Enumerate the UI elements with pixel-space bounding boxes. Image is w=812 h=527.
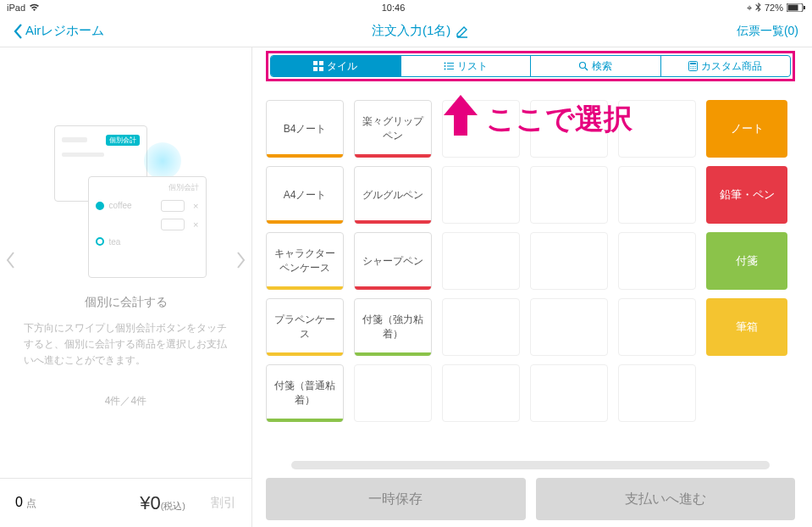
product-tile-empty <box>354 364 432 422</box>
back-label: Airレジホーム <box>25 23 104 39</box>
product-tile[interactable]: A4ノート <box>266 166 344 224</box>
cart-total: ¥0(税込) <box>140 492 185 514</box>
tab-tile[interactable]: タイル <box>271 56 401 76</box>
nav-bar: Airレジホーム 注文入力(1名) 伝票一覧(0) <box>0 15 812 47</box>
status-bar: iPad 10:46 ⌖ 72% <box>0 0 812 15</box>
product-tile[interactable]: B4ノート <box>266 100 344 158</box>
product-tile[interactable]: 付箋（強力粘着） <box>354 298 432 356</box>
tab-custom[interactable]: カスタム商品 <box>661 56 791 76</box>
location-icon: ⌖ <box>747 3 752 14</box>
svg-point-9 <box>444 65 445 67</box>
bluetooth-icon <box>755 3 761 14</box>
callout-annotation: ここで選択 <box>440 93 632 146</box>
product-tile[interactable]: シャープペン <box>354 232 432 290</box>
product-tile-empty <box>442 232 520 290</box>
svg-rect-10 <box>447 66 454 67</box>
wifi-icon <box>29 3 40 12</box>
svg-rect-5 <box>313 67 318 71</box>
right-panel: タイル リスト 検索 カスタム商品 ここで選択 <box>252 47 812 527</box>
svg-rect-3 <box>313 61 318 65</box>
calculator-icon <box>688 61 698 71</box>
product-tile-empty <box>618 298 696 356</box>
svg-point-13 <box>580 63 586 69</box>
arrow-up-icon <box>440 93 481 146</box>
left-panel: 個別会計 個別会計 coffee× × tea 個別に会計する 下方向にスワイプ… <box>0 47 252 527</box>
save-button[interactable]: 一時保存 <box>266 478 526 520</box>
help-area: 個別会計 個別会計 coffee× × tea 個別に会計する 下方向にスワイプ… <box>0 47 251 478</box>
list-icon <box>444 62 454 70</box>
svg-rect-2 <box>804 6 805 9</box>
help-title: 個別に会計する <box>85 295 168 310</box>
product-tile-empty <box>618 166 696 224</box>
bottom-buttons: 一時保存 支払いへ進む <box>262 478 798 520</box>
battery-percent: 72% <box>765 3 783 13</box>
product-tile-empty <box>442 364 520 422</box>
product-tile[interactable]: プラペンケース <box>266 298 344 356</box>
svg-rect-8 <box>447 63 454 64</box>
svg-point-7 <box>444 63 445 64</box>
svg-point-20 <box>691 68 692 69</box>
product-tile-empty <box>530 364 608 422</box>
product-tile-empty <box>618 364 696 422</box>
page-title: 注文入力(1名) <box>372 23 469 39</box>
tab-bar-highlight: タイル リスト 検索 カスタム商品 <box>266 51 795 81</box>
svg-line-14 <box>585 68 588 70</box>
help-illustration: 個別会計 個別会計 coffee× × tea <box>46 117 207 286</box>
search-icon <box>578 61 588 71</box>
svg-point-19 <box>695 66 696 67</box>
cart-count: 0 点 <box>15 495 36 511</box>
svg-rect-4 <box>319 61 323 65</box>
svg-point-22 <box>695 68 696 69</box>
help-description: 下方向にスワイプし個別会計ボタンをタッチすると、個別に会計する商品を選択しお支払… <box>17 320 235 369</box>
svg-point-17 <box>691 66 692 67</box>
category-tile[interactable]: ノート <box>706 100 787 158</box>
cart-summary: 0 点 ¥0(税込) 割引 <box>0 478 251 527</box>
help-counter: 4件／4件 <box>105 394 146 408</box>
product-tile[interactable]: グルグルペン <box>354 166 432 224</box>
svg-point-18 <box>693 66 693 67</box>
back-button[interactable]: Airレジホーム <box>14 23 104 39</box>
svg-rect-16 <box>690 63 696 64</box>
svg-point-21 <box>693 68 693 69</box>
edit-icon[interactable] <box>456 25 469 38</box>
tab-bar: タイル リスト 検索 カスタム商品 <box>270 55 791 77</box>
grid-icon <box>313 61 323 71</box>
device-label: iPad <box>7 3 25 13</box>
product-tile[interactable]: 楽々グリップペン <box>354 100 432 158</box>
receipt-list-button[interactable]: 伝票一覧(0) <box>737 24 798 39</box>
clock: 10:46 <box>382 3 406 13</box>
battery-icon <box>787 3 805 12</box>
scroll-indicator[interactable] <box>291 461 770 469</box>
tab-list[interactable]: リスト <box>401 56 532 76</box>
pay-button[interactable]: 支払いへ進む <box>536 478 796 520</box>
svg-point-11 <box>444 69 445 70</box>
discount-button[interactable]: 割引 <box>211 495 236 511</box>
category-tile[interactable]: 筆箱 <box>706 298 787 356</box>
product-tile[interactable]: キャラクターペンケース <box>266 232 344 290</box>
product-tile-empty <box>442 298 520 356</box>
category-tile[interactable]: 付箋 <box>706 232 787 290</box>
svg-rect-1 <box>788 5 798 11</box>
product-tile-empty <box>530 232 608 290</box>
tab-search[interactable]: 検索 <box>531 56 661 76</box>
svg-rect-12 <box>447 69 454 69</box>
category-tile[interactable]: 鉛筆・ペン <box>706 166 787 224</box>
svg-rect-6 <box>319 67 323 71</box>
help-next-button[interactable] <box>236 251 246 275</box>
product-tile-empty <box>530 298 608 356</box>
product-tile-empty <box>442 166 520 224</box>
product-tile-empty <box>530 166 608 224</box>
product-tile-empty <box>618 232 696 290</box>
help-prev-button[interactable] <box>5 251 15 275</box>
product-tile[interactable]: 付箋（普通粘着） <box>266 364 344 422</box>
